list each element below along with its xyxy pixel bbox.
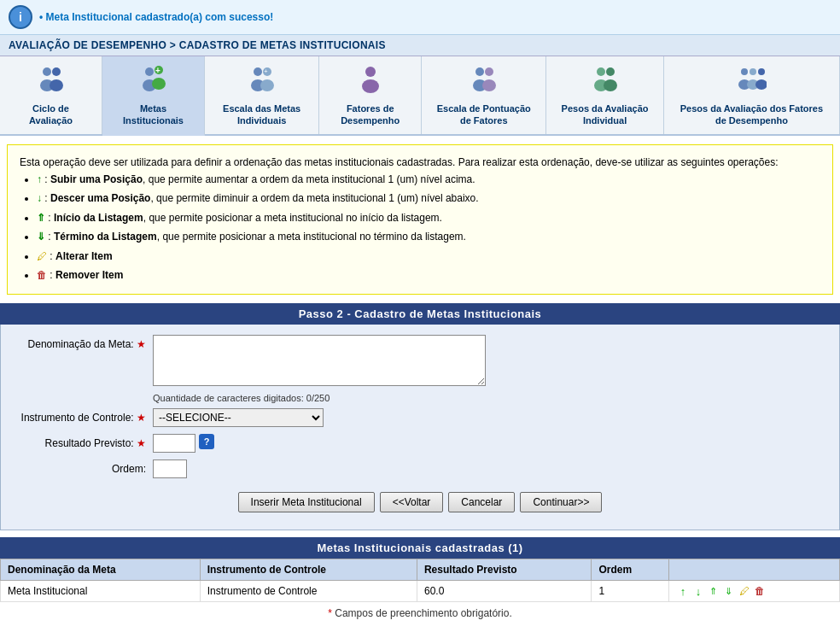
svg-point-9	[254, 67, 262, 76]
action-up-icon[interactable]: ↑	[676, 584, 690, 598]
cell-ordem: 1	[592, 581, 669, 602]
action-edit-icon[interactable]: 🖊	[738, 584, 751, 598]
tab-pesos-fat-label: Pesos da Avaliação dos Fatores de Desemp…	[676, 102, 827, 127]
info-item-5: 🗑 : Remover Item	[37, 266, 820, 284]
info-intro: Esta operação deve ser utilizada para de…	[20, 154, 820, 171]
notification-message: • Meta Institucional cadastrado(a) com s…	[39, 11, 273, 23]
svg-text:+: +	[264, 67, 268, 75]
pesos-ind-icon	[590, 63, 621, 99]
icon-top-list: ⇑	[37, 212, 45, 224]
svg-point-26	[750, 68, 756, 75]
tab-ciclo-label: Ciclo de Avaliação	[12, 102, 90, 127]
info-list: ↑ : Subir uma Posição, que permite aumen…	[37, 171, 820, 284]
col-instrumento: Instrumento de Controle	[200, 559, 417, 581]
tab-fatores-desempenho[interactable]: Fatores de Desempenho	[319, 56, 422, 134]
svg-point-15	[362, 79, 379, 93]
tab-metas-label: Metas Institucionais	[114, 102, 192, 127]
nav-tabs-bar: Ciclo de Avaliação + Metas Institucionai…	[0, 56, 840, 136]
ordem-input[interactable]: 2	[153, 459, 187, 478]
form-section-header: Passo 2 - Cadastro de Metas Instituciona…	[0, 303, 840, 325]
icon-edit-item: 🖊	[37, 250, 47, 262]
col-denominacao: Denominação da Meta	[1, 559, 201, 581]
cancelar-button[interactable]: Cancelar	[448, 492, 515, 512]
pesos-fat-icon	[736, 63, 767, 99]
action-icons: ↑ ↓ ⇑ ⇓ 🖊 🗑	[676, 584, 832, 598]
voltar-button[interactable]: <<Voltar	[380, 492, 444, 512]
svg-point-18	[485, 67, 493, 76]
ordem-label: Ordem:	[9, 459, 146, 475]
info-item-1: ↓ : Descer uma Posição, que permite dimi…	[37, 190, 820, 207]
tab-escala-individuais[interactable]: + Escala das Metas Individuais	[205, 56, 319, 134]
ordem-row: Ordem: 2	[9, 459, 831, 478]
tab-pesos-ind-label: Pesos da Avaliação Individual	[558, 102, 650, 127]
table-section-header: Metas Institucionais cadastradas (1)	[0, 537, 840, 559]
instrumento-label: Instrumento de Controle: ★	[9, 408, 146, 424]
svg-point-16	[475, 67, 484, 76]
tab-metas-institucionais[interactable]: + Metas Institucionais	[102, 56, 205, 136]
fatores-icon	[355, 63, 386, 99]
svg-point-23	[604, 79, 617, 91]
inserir-button[interactable]: Inserir Meta Institucional	[238, 492, 375, 512]
ciclo-icon	[36, 63, 67, 99]
resultado-input[interactable]	[153, 434, 195, 453]
notification-icon: i	[9, 5, 32, 29]
info-item-3: ⇓ : Término da Listagem, que permite pos…	[37, 228, 820, 245]
tab-ciclo-avaliacao[interactable]: Ciclo de Avaliação	[0, 56, 102, 134]
resultado-label: Resultado Previsto: ★	[9, 434, 146, 449]
action-bottom-icon[interactable]: ⇓	[722, 584, 736, 598]
footer-note: * Campos de preenchimento obrigatório.	[0, 602, 840, 624]
tab-escala-pont-label: Escala de Pontuação de Fatores	[434, 102, 534, 127]
info-item-4: 🖊 : Alterar Item	[37, 248, 820, 265]
form-buttons-row: Inserir Meta Institucional <<Voltar Canc…	[9, 485, 831, 519]
tab-pesos-fatores[interactable]: Pesos da Avaliação dos Fatores de Desemp…	[664, 56, 840, 134]
resultado-row: Resultado Previsto: ★ ?	[9, 434, 831, 453]
action-top-icon[interactable]: ⇑	[707, 584, 720, 598]
svg-point-19	[482, 79, 496, 91]
action-delete-icon[interactable]: 🗑	[753, 584, 767, 598]
info-item-2: ⇑ : Início da Listagem, que permite posi…	[37, 209, 820, 226]
breadcrumb: Avaliação de Desempenho > Cadastro de Me…	[0, 35, 840, 56]
table-row: Meta Institucional Instrumento de Contro…	[1, 581, 840, 602]
svg-point-22	[606, 67, 615, 76]
table-header-row: Denominação da Meta Instrumento de Contr…	[1, 559, 840, 581]
char-count-label: Quantidade de caracteres digitados: 0/25…	[153, 393, 831, 403]
col-actions	[668, 559, 839, 581]
form-area: Denominação da Meta: ★ Quantidade de car…	[0, 325, 840, 530]
tab-pesos-individual[interactable]: Pesos da Avaliação Individual	[546, 56, 663, 134]
tab-fatores-label: Fatores de Desempenho	[331, 102, 409, 127]
svg-point-7	[152, 78, 166, 90]
svg-point-24	[741, 68, 748, 75]
svg-point-20	[597, 67, 605, 76]
cell-instrumento: Instrumento de Controle	[200, 581, 417, 602]
col-ordem: Ordem	[592, 559, 669, 581]
instrumento-row: Instrumento de Controle: ★ --SELECIONE--…	[9, 408, 831, 427]
metas-icon: +	[138, 63, 169, 99]
info-section: Esta operação deve ser utilizada para de…	[7, 144, 833, 296]
denominacao-input[interactable]	[153, 335, 486, 386]
escala-ind-icon: +	[247, 63, 277, 99]
resultado-help-icon[interactable]: ?	[199, 434, 214, 449]
icon-down-arrow: ↓	[37, 192, 42, 204]
svg-point-14	[365, 67, 376, 77]
metas-table: Denominação da Meta Instrumento de Contr…	[0, 559, 840, 602]
icon-remove-item: 🗑	[37, 269, 47, 281]
svg-point-3	[50, 79, 63, 91]
denominacao-row: Denominação da Meta: ★	[9, 335, 831, 386]
cell-actions: ↑ ↓ ⇑ ⇓ 🖊 🗑	[668, 581, 839, 602]
svg-point-4	[145, 67, 154, 76]
continuar-button[interactable]: Continuar>>	[520, 492, 602, 512]
icon-bottom-list: ⇓	[37, 231, 45, 243]
instrumento-select-wrapper: --SELECIONE-- Instrumento de Controle	[153, 408, 324, 427]
tab-escala-pontuacao[interactable]: Escala de Pontuação de Fatores	[422, 56, 546, 134]
svg-point-2	[52, 67, 61, 76]
instrumento-select[interactable]: --SELECIONE-- Instrumento de Controle	[153, 408, 324, 427]
svg-text:+: +	[155, 66, 160, 75]
action-down-icon[interactable]: ↓	[691, 584, 705, 598]
svg-point-0	[43, 67, 51, 76]
tab-escala-ind-label: Escala das Metas Individuais	[217, 102, 306, 127]
info-item-0: ↑ : Subir uma Posição, que permite aumen…	[37, 171, 820, 188]
notification-bar: i • Meta Institucional cadastrado(a) com…	[0, 0, 840, 35]
escala-pont-icon	[469, 63, 499, 99]
cell-resultado: 60.0	[417, 581, 591, 602]
col-resultado: Resultado Previsto	[417, 559, 591, 581]
